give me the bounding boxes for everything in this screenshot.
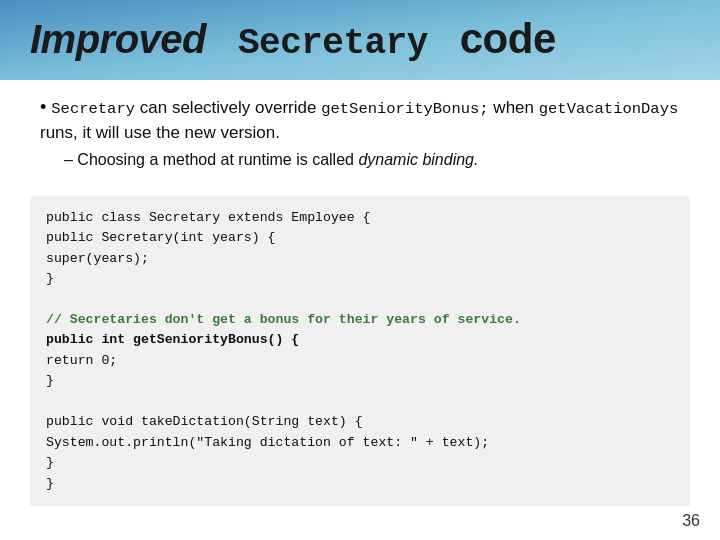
slide: Improved Secretary code Secretary can se… <box>0 0 720 540</box>
code-line-3: super(years); <box>46 251 149 266</box>
slide-content: Secretary can selectively override getSe… <box>0 80 720 182</box>
bullet-1: Secretary can selectively override getSe… <box>30 94 690 145</box>
title-secretary: Secretary <box>238 23 428 64</box>
title-code: code <box>460 15 556 62</box>
code-line-6: return 0; <box>46 353 117 368</box>
page-number: 36 <box>682 512 700 530</box>
code-line-4: } <box>46 271 54 286</box>
code-line-7: } <box>46 373 54 388</box>
slide-title: Improved Secretary code <box>30 18 556 62</box>
code-line-9: System.out.println("Taking dictation of … <box>46 435 489 450</box>
bullet-code-method: getSeniorityBonus; <box>321 100 488 118</box>
code-line-1: public class Secretary extends Employee … <box>46 210 370 225</box>
code-comment-1: // Secretaries don't get a bonus for the… <box>46 312 521 327</box>
bullet-code-secretary: Secretary <box>51 100 135 118</box>
code-line-2: public Secretary(int years) { <box>46 230 276 245</box>
bullet-text-2: when <box>493 98 538 117</box>
code-line-5: public int getSeniorityBonus() { <box>46 332 299 347</box>
code-line-8: public void takeDictation(String text) { <box>46 414 363 429</box>
bullet-code-method2: getVacationDays <box>539 100 679 118</box>
title-improved: Improved <box>30 17 206 61</box>
bullet-text-3: runs, it will use the new version. <box>40 123 280 142</box>
bullet-text-1: can selectively override <box>140 98 321 117</box>
code-line-11: } <box>46 476 54 491</box>
code-block: public class Secretary extends Employee … <box>30 196 690 506</box>
sub-bullet-1: Choosing a method at runtime is called d… <box>58 149 690 171</box>
code-line-10: } <box>46 455 54 470</box>
slide-header: Improved Secretary code <box>0 0 720 80</box>
